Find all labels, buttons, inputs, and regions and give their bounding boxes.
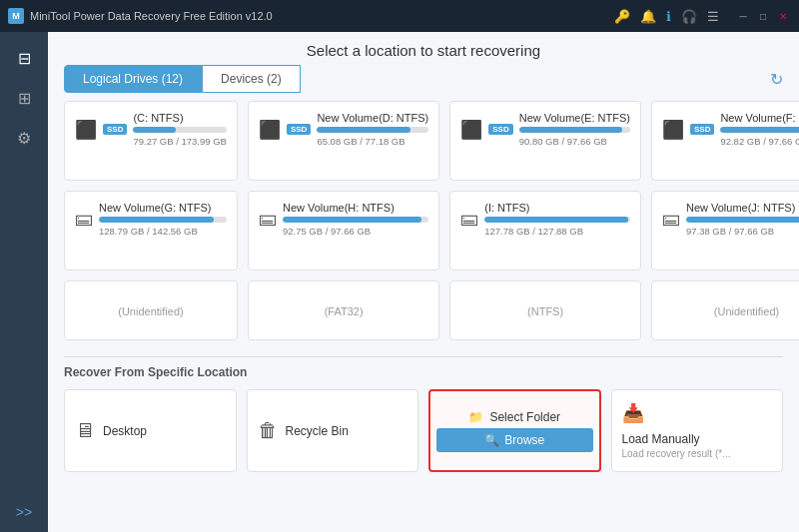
drive-card-2[interactable]: ⬛ SSD New Volume(E: NTFS) 90.80 GB / 97.…	[449, 101, 641, 181]
drive-card-5[interactable]: 🖴 New Volume(H: NTFS) 92.75 GB / 97.66 G…	[248, 191, 439, 270]
tab-logical-drives[interactable]: Logical Drives (12)	[64, 65, 202, 93]
drive-card-11[interactable]: (Unidentified)	[651, 280, 799, 340]
drive-label-7: New Volume(J: NTFS)	[686, 202, 799, 214]
page-title: Select a location to start recovering	[48, 32, 799, 65]
drive-bar-fill-5	[283, 217, 421, 223]
drive-label-3: New Volume(F: NTFS)	[720, 112, 799, 124]
select-folder-label: 📁 Select Folder	[468, 410, 560, 424]
drive-label-4: New Volume(G: NTFS)	[99, 202, 227, 214]
drive-card-1[interactable]: ⬛ SSD New Volume(D: NTFS) 65.08 GB / 77.…	[248, 101, 439, 181]
folder-icon: 📁	[468, 410, 483, 424]
location-card-desktop[interactable]: 🖥 Desktop	[64, 389, 237, 472]
drive-label-6: (I: NTFS)	[484, 202, 630, 214]
drive-card-7[interactable]: 🖴 New Volume(J: NTFS) 97.38 GB / 97.66 G…	[651, 191, 799, 270]
location-card-recycle[interactable]: 🗑 Recycle Bin	[247, 389, 419, 472]
load-manually-label: Load Manually	[622, 432, 731, 446]
browse-button[interactable]: 🔍 Browse	[436, 428, 593, 452]
drive-bar-bg-4	[99, 217, 227, 223]
location-label-desktop: Desktop	[103, 424, 147, 438]
drive-card-header: ⬛ SSD New Volume(D: NTFS) 65.08 GB / 77.…	[259, 112, 428, 147]
app-icon: M	[8, 8, 24, 24]
location-icon-desktop: 🖥	[75, 419, 95, 442]
headset-icon[interactable]: 🎧	[681, 9, 697, 24]
drive-card-header: 🖴 New Volume(G: NTFS) 128.79 GB / 142.56…	[75, 202, 227, 237]
drive-card-header: 🖴 (I: NTFS) 127.78 GB / 127.88 GB	[460, 202, 630, 237]
drive-card-9[interactable]: (FAT32)	[248, 280, 439, 340]
ssd-badge-0: SSD	[103, 124, 127, 135]
drive-card-6[interactable]: 🖴 (I: NTFS) 127.78 GB / 127.88 GB	[449, 191, 641, 270]
drive-card-3[interactable]: ⬛ SSD New Volume(F: NTFS) 92.82 GB / 97.…	[651, 101, 799, 181]
location-label-recycle: Recycle Bin	[286, 424, 349, 438]
minimize-button[interactable]: ─	[735, 8, 751, 24]
search-icon: 🔍	[484, 433, 499, 447]
bell-icon[interactable]: 🔔	[640, 9, 656, 24]
maximize-button[interactable]: □	[755, 8, 771, 24]
sidebar-item-home[interactable]: ⊟	[6, 40, 42, 76]
drive-bar-bg-5	[283, 217, 428, 223]
drive-size-4: 128.79 GB / 142.56 GB	[99, 226, 227, 237]
drive-card-0[interactable]: ⬛ SSD (C: NTFS) 79.27 GB / 173.99 GB	[64, 101, 238, 181]
drive-icon-7: 🖴	[662, 209, 680, 230]
drive-card-4[interactable]: 🖴 New Volume(G: NTFS) 128.79 GB / 142.56…	[64, 191, 238, 270]
section-divider	[64, 356, 783, 357]
home-icon: ⊟	[18, 49, 31, 68]
drive-card-10[interactable]: (NTFS)	[449, 280, 641, 340]
drive-icon-3: ⬛	[662, 119, 684, 141]
load-icon: 📥	[622, 402, 644, 424]
drive-card-header: ⬛ SSD New Volume(F: NTFS) 92.82 GB / 97.…	[662, 112, 799, 147]
location-card-load[interactable]: 📥 Load Manually Load recovery result (*.…	[611, 389, 784, 472]
drive-bar-bg-0	[133, 127, 226, 133]
drive-size-6: 127.78 GB / 127.88 GB	[484, 226, 630, 237]
browse-label: Browse	[504, 433, 544, 447]
sidebar-expand-button[interactable]: >>	[12, 500, 36, 524]
drive-info-2: New Volume(E: NTFS) 90.80 GB / 97.66 GB	[519, 112, 630, 147]
sidebar-item-settings[interactable]: ⚙	[6, 120, 42, 156]
drive-icon-5: 🖴	[259, 209, 277, 230]
info-icon[interactable]: ℹ	[666, 9, 671, 24]
drive-bar-bg-1	[317, 127, 428, 133]
location-card-folder[interactable]: 📁 Select Folder 🔍 Browse	[428, 389, 601, 472]
drive-info-7: New Volume(J: NTFS) 97.38 GB / 97.66 GB	[686, 202, 799, 237]
ssd-badge-3: SSD	[690, 124, 714, 135]
scrollable-content: ⬛ SSD (C: NTFS) 79.27 GB / 173.99 GB ⬛ S…	[48, 101, 799, 532]
title-bar-right: 🔑 🔔 ℹ 🎧 ☰ ─ □ ✕	[614, 8, 791, 24]
drive-bar-fill-4	[99, 217, 214, 223]
drive-label-5: New Volume(H: NTFS)	[283, 202, 428, 214]
drive-size-3: 92.82 GB / 97.66 GB	[720, 136, 799, 147]
title-bar: M MiniTool Power Data Recovery Free Edit…	[0, 0, 799, 32]
tab-devices[interactable]: Devices (2)	[202, 65, 301, 93]
ssd-badge-2: SSD	[488, 124, 512, 135]
drive-card-header: 🖴 New Volume(H: NTFS) 92.75 GB / 97.66 G…	[259, 202, 428, 237]
drive-size-5: 92.75 GB / 97.66 GB	[283, 226, 428, 237]
drive-bar-bg-2	[519, 127, 630, 133]
menu-icon[interactable]: ☰	[707, 9, 719, 24]
close-button[interactable]: ✕	[775, 8, 791, 24]
sidebar-item-drives[interactable]: ⊞	[6, 80, 42, 116]
drive-size-1: 65.08 GB / 77.18 GB	[317, 136, 428, 147]
drives-icon: ⊞	[18, 89, 31, 108]
settings-icon: ⚙	[17, 129, 31, 148]
refresh-button[interactable]: ↻	[770, 70, 783, 89]
load-manually-sub: Load recovery result (*...	[622, 448, 731, 459]
drive-card-header: 🖴 New Volume(J: NTFS) 97.38 GB / 97.66 G…	[662, 202, 799, 237]
drive-grid: ⬛ SSD (C: NTFS) 79.27 GB / 173.99 GB ⬛ S…	[64, 101, 783, 340]
drive-info-0: (C: NTFS) 79.27 GB / 173.99 GB	[133, 112, 226, 147]
sidebar: ⊟ ⊞ ⚙ >>	[0, 32, 48, 532]
drive-info-6: (I: NTFS) 127.78 GB / 127.88 GB	[484, 202, 630, 237]
drive-label-2: New Volume(E: NTFS)	[519, 112, 630, 124]
drive-icon-2: ⬛	[460, 119, 482, 141]
drive-size-2: 90.80 GB / 97.66 GB	[519, 136, 630, 147]
key-icon[interactable]: 🔑	[614, 9, 630, 24]
title-icons: 🔑 🔔 ℹ 🎧 ☰	[614, 9, 719, 24]
drive-info-3: New Volume(F: NTFS) 92.82 GB / 97.66 GB	[720, 112, 799, 147]
drive-bar-fill-1	[317, 127, 410, 133]
drive-info-4: New Volume(G: NTFS) 128.79 GB / 142.56 G…	[99, 202, 227, 237]
specific-location-section: Recover From Specific Location 🖥 Desktop…	[64, 365, 783, 472]
drive-card-8[interactable]: (Unidentified)	[64, 280, 238, 340]
app-title: MiniTool Power Data Recovery Free Editio…	[30, 10, 273, 22]
content-area: Select a location to start recovering Lo…	[48, 32, 799, 532]
drive-icon-1: ⬛	[259, 119, 281, 141]
specific-location-title: Recover From Specific Location	[64, 365, 783, 379]
drive-bar-bg-7	[686, 217, 799, 223]
drive-icon-4: 🖴	[75, 209, 93, 230]
